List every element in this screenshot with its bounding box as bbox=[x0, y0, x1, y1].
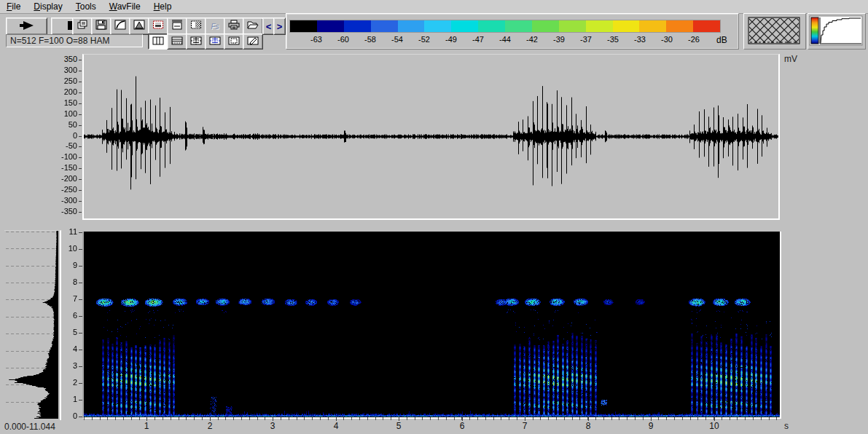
palette-preview-panel bbox=[743, 13, 806, 50]
spectrogram-canvas[interactable] bbox=[84, 232, 780, 417]
menu-tools[interactable]: Tools bbox=[69, 1, 103, 13]
db-tick-label: -35 bbox=[600, 35, 626, 44]
gain-curve-button[interactable] bbox=[110, 17, 130, 35]
tick-mark bbox=[399, 417, 399, 421]
menu-help[interactable]: Help bbox=[147, 1, 179, 13]
waveform-ytick-label: 300 bbox=[45, 66, 77, 74]
menu-display[interactable]: Display bbox=[27, 1, 69, 13]
db-tick-label: -54 bbox=[384, 35, 410, 44]
shade-region-icon bbox=[190, 20, 202, 33]
play-icon bbox=[19, 20, 35, 33]
tick-mark bbox=[79, 249, 82, 250]
spectrogram-ytick-label: 0 bbox=[58, 411, 77, 420]
tick-mark bbox=[79, 179, 82, 180]
print-button[interactable] bbox=[224, 17, 244, 35]
tick-mark bbox=[79, 136, 82, 137]
scroll-right-button[interactable]: > bbox=[273, 17, 286, 35]
layout-grid-button[interactable] bbox=[186, 33, 206, 50]
tick-mark bbox=[79, 82, 82, 82]
waveform-ytick-label: -100 bbox=[45, 152, 77, 161]
menu-file[interactable]: File bbox=[0, 1, 27, 13]
spectrogram-xtick-label: 3 bbox=[265, 421, 281, 431]
spectrogram-xtick-label: 8 bbox=[580, 421, 596, 431]
waveform-plot[interactable] bbox=[82, 54, 780, 220]
copy-button[interactable] bbox=[72, 17, 93, 35]
db-segment bbox=[371, 20, 398, 32]
tick-mark bbox=[79, 201, 82, 202]
waveform-ytick-label: 350 bbox=[45, 55, 77, 63]
tick-mark bbox=[79, 283, 82, 283]
time-unit-label: s bbox=[784, 421, 789, 431]
tick-mark bbox=[79, 125, 82, 126]
waveform-ytick-label: -150 bbox=[45, 163, 77, 172]
layout-grid-alt-button[interactable] bbox=[205, 33, 225, 50]
scroll-left-icon: < bbox=[266, 21, 272, 32]
spectrogram-xtick-label: 4 bbox=[328, 421, 344, 431]
tick-mark bbox=[79, 60, 82, 60]
db-segment bbox=[559, 20, 586, 32]
sample-rate-icon: Fs bbox=[211, 23, 219, 31]
peak-display-icon bbox=[133, 20, 145, 33]
tick-mark bbox=[714, 417, 715, 421]
db-segment bbox=[344, 20, 371, 32]
play-button[interactable] bbox=[6, 17, 47, 35]
shade-region-button[interactable] bbox=[186, 17, 206, 35]
waveform-ytick-label: -250 bbox=[45, 185, 77, 194]
layout-border-icon bbox=[228, 35, 240, 48]
save-icon bbox=[95, 20, 107, 33]
menu-wavfile[interactable]: WavFile bbox=[103, 1, 147, 13]
waveform-ytick-label: -200 bbox=[45, 174, 77, 183]
fft-settings-status: N=512 F=100 O=88 HAM bbox=[6, 34, 143, 47]
tick-mark bbox=[273, 417, 273, 421]
tick-mark bbox=[79, 157, 82, 158]
layout-grid-alt-icon bbox=[209, 35, 221, 48]
spectrogram-ytick-label: 3 bbox=[58, 361, 77, 370]
tick-mark bbox=[79, 168, 82, 169]
peak-display-button[interactable] bbox=[129, 17, 149, 35]
db-tick-label: -52 bbox=[411, 35, 437, 44]
open-file-icon bbox=[247, 20, 259, 33]
tick-mark bbox=[79, 103, 82, 104]
db-tick-label: -39 bbox=[546, 35, 572, 44]
color-transfer-curve-icon bbox=[808, 14, 864, 47]
layout-border-button[interactable] bbox=[224, 33, 244, 50]
layout-horizontal-gridlines-button[interactable] bbox=[167, 33, 187, 50]
tick-mark bbox=[210, 417, 211, 421]
tick-mark bbox=[588, 417, 589, 421]
db-colorbar bbox=[289, 20, 721, 33]
save-button[interactable] bbox=[91, 17, 112, 35]
open-file-button[interactable] bbox=[243, 17, 263, 35]
waveform-ytick-label: 50 bbox=[45, 120, 77, 129]
time-markers-button[interactable] bbox=[167, 17, 187, 35]
waveform-canvas[interactable] bbox=[84, 55, 778, 218]
db-tick-label: -37 bbox=[573, 35, 599, 44]
spectrogram-xtick-label: 9 bbox=[643, 421, 659, 431]
spectrogram-ytick-label: 11 bbox=[58, 227, 77, 236]
waveform-ytick-label: 250 bbox=[45, 76, 77, 85]
fft-settings-text: N=512 F=100 O=88 HAM bbox=[10, 36, 109, 46]
layout-grid-icon bbox=[190, 35, 202, 48]
annotate-button[interactable] bbox=[243, 33, 263, 50]
time-markers-icon bbox=[171, 20, 183, 33]
average-spectrum-panel[interactable] bbox=[4, 230, 61, 420]
spectrogram-ytick-label: 4 bbox=[58, 344, 77, 353]
tick-mark bbox=[79, 299, 82, 300]
spectrogram-ytick-label: 6 bbox=[58, 311, 77, 320]
db-unit-label: dB bbox=[716, 35, 735, 45]
spectrogram-ytick-label: 10 bbox=[58, 244, 77, 253]
spectrogram-xtick-label: 1 bbox=[138, 421, 155, 431]
db-tick-label: -30 bbox=[654, 35, 680, 44]
print-icon bbox=[228, 20, 240, 33]
spectrogram-plot[interactable] bbox=[82, 232, 781, 419]
layout-vertical-gridlines-button[interactable] bbox=[148, 33, 168, 50]
sample-rate-button[interactable]: Fs bbox=[205, 17, 225, 35]
menu-bar: FileDisplayToolsWavFileHelp bbox=[0, 0, 868, 14]
capture-region-button[interactable] bbox=[148, 17, 168, 35]
average-spectrum-canvas[interactable] bbox=[4, 231, 58, 419]
db-segment bbox=[398, 20, 425, 32]
db-segment bbox=[586, 20, 613, 32]
frequency-range-label: 0.000-11.044 bbox=[4, 422, 55, 432]
db-segment bbox=[478, 20, 505, 32]
tick-mark bbox=[79, 232, 82, 233]
spectrogram-xtick-label: 7 bbox=[517, 421, 533, 431]
